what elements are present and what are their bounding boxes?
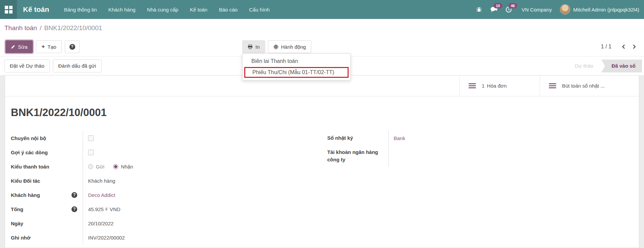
nav-item-dashboard[interactable]: Bảng thông tin	[58, 0, 103, 19]
form-column-right: Sổ nhật ký Bank Tài khoản ngân hàng công…	[322, 131, 639, 245]
pager: 1 / 1	[601, 37, 639, 56]
field-journal: Sổ nhật ký Bank	[327, 131, 632, 145]
field-label: Kiểu Đối tác	[11, 178, 40, 184]
topbar-right-cluster: 10 46 VN Company Mitchell Admin (jnlpqpq…	[473, 3, 644, 16]
invoices-stat-button[interactable]: 1 Hóa đơn	[459, 75, 540, 96]
field-label: Ngày	[11, 221, 23, 226]
total-amount: 45.925 ₫	[88, 206, 108, 212]
total-currency: VND	[110, 206, 121, 212]
reset-to-draft-button[interactable]: Đặt về Dự thảo	[4, 60, 50, 72]
menu-item-payment-voucher-highlighted[interactable]: Phiếu Thu/Chi (Mẫu 01-TT/02-TT)	[244, 67, 349, 78]
field-payment-type: Kiểu thanh toán Gửi Nhận	[11, 159, 322, 174]
debug-bug-icon[interactable]	[473, 3, 485, 16]
journal-link[interactable]: Bank	[394, 135, 405, 141]
question-circle-icon	[69, 44, 75, 50]
memo-value: INV/2022/00002	[88, 235, 125, 241]
breadcrumb-current: BNK1/2022/10/0001	[44, 24, 102, 32]
status-arrow-divider	[601, 60, 605, 72]
list-icon	[549, 83, 556, 88]
activities-button[interactable]: 46	[503, 3, 515, 16]
journal-items-label: Bút toán sổ nhật ...	[562, 83, 605, 89]
pager-next-button[interactable]	[630, 42, 639, 52]
breadcrumb-separator: /	[40, 24, 41, 32]
journal-items-stat-button[interactable]: Bút toán sổ nhật ...	[540, 75, 639, 96]
status-step-draft[interactable]: Dự thảo	[567, 60, 601, 72]
company-switcher[interactable]: VN Company	[522, 7, 552, 13]
activities-badge: 46	[508, 3, 517, 8]
payment-reference-title: BNK1/2022/10/0001	[11, 107, 639, 119]
invoice-label: Hóa đơn	[487, 83, 506, 89]
payment-type-receive-radio[interactable]: Nhận	[113, 164, 133, 170]
nav-item-reporting[interactable]: Báo cáo	[213, 0, 243, 19]
field-label: Kiểu thanh toán	[11, 164, 49, 170]
field-company-bank-account: Tài khoản ngân hàng công ty	[327, 145, 632, 167]
breadcrumb: Thanh toán / BNK1/2022/10/0001	[0, 19, 644, 37]
field-internal-transfer: Chuyển nội bộ	[11, 131, 322, 145]
field-suggest-lines: Gợi ý các dòng	[11, 145, 322, 159]
plus-icon	[41, 43, 45, 50]
nav-item-vendors[interactable]: Nhà cung cấp	[141, 0, 184, 19]
app-brand[interactable]: Kế toán	[17, 5, 58, 14]
messages-button[interactable]: 10	[488, 3, 500, 16]
field-total: Tổng 45.925 ₫ VND	[11, 202, 322, 216]
top-navbar: Kế toán Bảng thông tin Khách hàng Nhà cu…	[0, 0, 644, 19]
chevron-right-icon	[632, 44, 636, 49]
field-label: Gợi ý các dòng	[11, 150, 48, 155]
payment-form-page: Kế toán Bảng thông tin Khách hàng Nhà cu…	[0, 0, 644, 248]
pencil-icon	[11, 45, 15, 49]
record-action-buttons: In Hành động	[242, 40, 311, 53]
status-step-posted[interactable]: Đã vào sổ	[605, 60, 642, 72]
field-label: Khách hàng	[11, 192, 40, 198]
field-date: Ngày 20/10/2022	[11, 216, 322, 230]
mark-as-sent-button[interactable]: Đánh dấu đã gửi	[53, 60, 102, 72]
menu-item-payment-receipt[interactable]: Biên lai Thanh toán	[243, 56, 350, 67]
content-area: 1 Hóa đơn Bút toán sổ nhật ... BNK1/2022…	[0, 75, 644, 248]
action-button[interactable]: Hành động	[268, 40, 311, 53]
suggest-lines-checkbox[interactable]	[88, 150, 94, 155]
field-label: Ghi nhớ	[11, 235, 30, 241]
internal-transfer-checkbox[interactable]	[88, 135, 94, 141]
status-pipeline: Dự thảo Đã vào sổ	[567, 60, 642, 72]
field-memo: Ghi nhớ INV/2022/00002	[11, 230, 322, 245]
field-label: Chuyển nội bộ	[11, 135, 46, 141]
main-menu: Bảng thông tin Khách hàng Nhà cung cấp K…	[58, 0, 275, 19]
pager-value: 1 / 1	[601, 44, 611, 50]
print-dropdown-menu: Biên lai Thanh toán Phiếu Thu/Chi (Mẫu 0…	[242, 53, 351, 81]
pager-previous-button[interactable]	[619, 42, 628, 52]
partner-type-value: Khách hàng	[88, 178, 115, 184]
customer-link[interactable]: Deco Addict	[88, 192, 115, 198]
nav-item-customers[interactable]: Khách hàng	[103, 0, 141, 19]
apps-grid-icon	[5, 6, 13, 14]
field-label: Tài khoản ngân hàng công ty	[327, 149, 383, 163]
nav-item-accounting[interactable]: Kế toán	[184, 0, 213, 19]
avatar	[560, 4, 570, 15]
gear-icon	[273, 44, 278, 49]
edit-button[interactable]: Sửa	[5, 40, 33, 53]
form-column-left: Chuyển nội bộ Gợi ý các dòng Kiểu thanh …	[11, 131, 322, 245]
list-icon	[469, 83, 476, 88]
field-customer: Khách hàng Deco Addict	[11, 188, 322, 202]
radio-icon	[88, 164, 93, 169]
user-name: Mitchell Admin (jnlpqpqk32l4)	[573, 7, 639, 13]
radio-selected-icon	[113, 164, 118, 169]
total-help-icon[interactable]	[71, 206, 77, 212]
apps-menu-button[interactable]	[0, 0, 17, 19]
user-menu[interactable]: Mitchell Admin (jnlpqpqk32l4)	[560, 4, 639, 15]
chevron-left-icon	[622, 44, 625, 49]
create-button[interactable]: Tạo	[36, 40, 62, 53]
field-label: Sổ nhật ký	[327, 134, 353, 142]
help-button[interactable]	[65, 40, 80, 53]
field-label: Tổng	[11, 206, 23, 212]
breadcrumb-parent[interactable]: Thanh toán	[4, 24, 37, 32]
nav-item-configuration[interactable]: Cấu hình	[243, 0, 275, 19]
date-value: 20/10/2022	[88, 221, 113, 226]
messages-badge: 10	[494, 3, 502, 8]
invoice-count: 1	[482, 83, 484, 89]
form-fields: Chuyển nội bộ Gợi ý các dòng Kiểu thanh …	[5, 131, 639, 245]
print-button[interactable]: In	[242, 40, 265, 53]
payment-type-send-radio[interactable]: Gửi	[88, 164, 104, 170]
printer-icon	[248, 44, 253, 49]
customer-help-icon[interactable]	[71, 192, 77, 198]
form-sheet: 1 Hóa đơn Bút toán sổ nhật ... BNK1/2022…	[5, 75, 639, 248]
field-partner-type: Kiểu Đối tác Khách hàng	[11, 174, 322, 188]
